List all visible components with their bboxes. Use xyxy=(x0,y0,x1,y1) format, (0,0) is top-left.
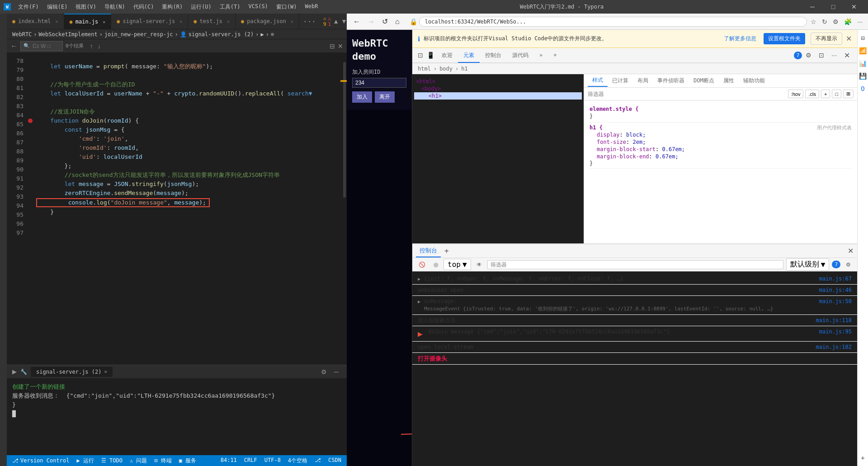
close-search-button[interactable]: ✕ xyxy=(338,43,343,50)
add-rule-button[interactable]: + xyxy=(821,90,830,98)
window-controls[interactable]: ─ □ ✕ xyxy=(802,0,864,14)
source-link[interactable]: main.js:46 xyxy=(819,286,852,294)
source-link[interactable]: main.js:67 xyxy=(819,275,852,283)
menu-refactor[interactable]: 重构(R) xyxy=(158,2,186,12)
terminal-tab-signal-server[interactable]: signal-server.js (2) ✕ xyxy=(31,367,113,377)
services-item[interactable]: ▣ 服务 xyxy=(179,457,196,465)
source-link[interactable]: main.js:50 xyxy=(819,297,852,305)
devtools-tab-welcome[interactable]: 欢迎 xyxy=(436,49,458,63)
style-tab-properties[interactable]: 属性 xyxy=(719,75,739,86)
menu-view[interactable]: 视图(V) xyxy=(72,2,100,12)
set-root-button[interactable]: 设置根文件夹 xyxy=(764,33,805,44)
breadcrumb-symbol[interactable]: ⊙ xyxy=(271,31,274,38)
menu-window[interactable]: 窗口(W) xyxy=(273,2,301,12)
console-tab-add[interactable]: + xyxy=(441,245,453,257)
devtools-dock-side[interactable]: ⊡ xyxy=(815,50,828,61)
breadcrumb-file[interactable]: signal-server.js (2) xyxy=(189,31,254,38)
styles-filter-input[interactable] xyxy=(588,91,784,97)
browser-forward[interactable]: → xyxy=(365,16,377,28)
console-filter-input[interactable] xyxy=(487,260,783,269)
style-tabs[interactable]: 样式 已计算 布局 事件侦听器 DOM断点 属性 辅助功能 xyxy=(584,74,857,88)
version-control[interactable]: ⎇ Version Control xyxy=(12,457,69,464)
hov-button[interactable]: :hov xyxy=(788,90,804,98)
breadcrumb-part[interactable]: WebSocketImplement xyxy=(39,31,98,38)
style-tab-dom-breakpoints[interactable]: DOM断点 xyxy=(689,75,719,86)
eye-icon[interactable]: 👁 xyxy=(474,261,485,269)
editor-scrollbar[interactable] xyxy=(340,53,347,365)
devtools-tab-sources[interactable]: 源代码 xyxy=(507,49,534,63)
close-notification[interactable]: ✕ xyxy=(846,34,852,43)
menu-code[interactable]: 代码(C) xyxy=(130,2,158,12)
menu-nav[interactable]: 导航(N) xyxy=(101,2,129,12)
todo-item[interactable]: ☰ TODO xyxy=(101,457,123,464)
sidebar-network-icon[interactable]: 📶 xyxy=(859,46,868,55)
tab-main-js[interactable]: ◉ main.js ✕ xyxy=(64,14,112,29)
devtools-tab-console[interactable]: 控制台 xyxy=(480,49,507,63)
back-button[interactable]: ← xyxy=(10,42,18,50)
tab-close-icon[interactable]: ✕ xyxy=(227,19,230,24)
source-link[interactable]: main.js:118 xyxy=(816,316,852,324)
terminal-item[interactable]: ⊡ 终端 xyxy=(154,457,171,465)
clear-console-button[interactable]: 🚫 xyxy=(416,261,428,269)
elements-tree[interactable]: <html> <body> <h1> xyxy=(412,74,584,243)
sidebar-performance-icon[interactable]: 📊 xyxy=(859,59,868,68)
more-icon[interactable]: ··· xyxy=(855,16,864,27)
shadow-button[interactable]: ⊞ xyxy=(843,90,854,98)
sidebar-elements-icon[interactable]: ⊡ xyxy=(859,33,868,43)
tab-close-icon[interactable]: ✕ xyxy=(291,19,293,24)
breadcrumb-part[interactable]: join_new-peer_resp-jc xyxy=(104,31,173,38)
devtools-close[interactable]: ✕ xyxy=(840,49,854,62)
devtools-tab-more[interactable]: » xyxy=(534,49,548,62)
refresh-icon[interactable]: ↻ xyxy=(820,16,829,27)
close-console-button[interactable]: ✕ xyxy=(848,247,854,255)
breadcrumb-part[interactable]: WebRTC xyxy=(12,31,32,38)
url-bar[interactable]: localhost:63342/WebRTC/WebSo... xyxy=(419,17,807,27)
tab-index-html[interactable]: ◉ index.html ✕ xyxy=(7,14,64,29)
menu-edit[interactable]: 编辑(E) xyxy=(43,2,71,12)
leave-button[interactable]: 离开 xyxy=(375,91,395,103)
tab-signal-server[interactable]: ◉ signal-server.js ✕ xyxy=(111,14,188,29)
browser-back[interactable]: ← xyxy=(350,16,363,28)
style-tab-computed[interactable]: 已计算 xyxy=(608,75,633,86)
log-level-selector[interactable]: 默认级别 ▼ xyxy=(786,258,830,271)
filter-toggle[interactable]: ◎ xyxy=(431,261,441,269)
element-line[interactable]: <html> xyxy=(414,78,582,85)
code-content[interactable]: let userName = prompt( message: "输入您的昵称"… xyxy=(34,53,340,365)
source-link[interactable]: main.js:102 xyxy=(816,343,852,351)
devtools-select-element[interactable]: ⊡ xyxy=(416,50,425,61)
body-tag[interactable]: body xyxy=(439,66,453,72)
search-prev[interactable]: ↑ xyxy=(88,43,95,50)
menu-file[interactable]: 文件(F) xyxy=(14,2,42,12)
terminal-gear[interactable]: ⚙ xyxy=(318,367,330,376)
context-selector[interactable]: top ▼ xyxy=(443,259,471,270)
style-tab-accessibility[interactable]: 辅助功能 xyxy=(739,75,769,86)
filter-button[interactable]: ⊟ xyxy=(330,43,335,50)
element-line[interactable]: <h1> xyxy=(414,92,582,100)
tab-close-icon[interactable]: ✕ xyxy=(179,19,182,24)
menu-bar[interactable]: 文件(F) 编辑(E) 视图(V) 导航(N) 代码(C) 重构(R) 运行(U… xyxy=(14,2,321,12)
menu-run[interactable]: 运行(U) xyxy=(187,2,215,12)
search-input[interactable] xyxy=(33,43,60,49)
learn-more-link[interactable]: 了解更多信息 xyxy=(724,35,756,43)
expand-icon[interactable]: ▶ xyxy=(418,276,420,282)
menu-webr[interactable]: WebR xyxy=(302,2,322,12)
terminal-controls[interactable]: ⚙ ─ xyxy=(318,367,341,376)
style-tab-layout[interactable]: 布局 xyxy=(633,75,653,86)
search-next[interactable]: ↓ xyxy=(96,43,103,50)
terminal-minimize[interactable]: ─ xyxy=(331,367,341,376)
scroll-tab-left[interactable]: ▲ xyxy=(333,18,339,25)
problems-item[interactable]: ⚠ 问题 xyxy=(130,457,147,465)
room-id-input[interactable] xyxy=(352,78,406,88)
maximize-button[interactable]: □ xyxy=(823,0,844,14)
tab-test-js[interactable]: ◉ test.js ✕ xyxy=(188,14,236,29)
style-tab-styles[interactable]: 样式 xyxy=(588,75,608,87)
browser-toolbar-icons[interactable]: ☆ ↻ ⚙ 🧩 ··· xyxy=(809,16,864,27)
cls-button[interactable]: .cls xyxy=(805,90,819,98)
h1-tag[interactable]: h1 xyxy=(461,66,467,72)
menu-tools[interactable]: 工具(T) xyxy=(216,2,244,12)
browser-home[interactable]: ⌂ xyxy=(392,16,402,28)
element-line[interactable]: <body> xyxy=(414,85,582,92)
devtools-tab-elements[interactable]: 元素 xyxy=(458,49,480,63)
console-settings-icon[interactable]: ⚙ xyxy=(843,261,854,269)
devtools-settings[interactable]: ⚙ xyxy=(802,50,815,61)
